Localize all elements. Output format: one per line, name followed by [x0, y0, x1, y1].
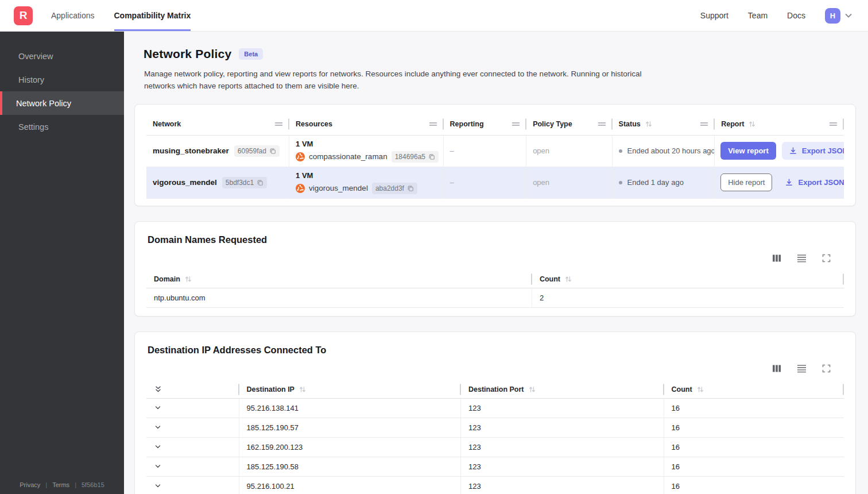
- nav-compatibility-matrix[interactable]: Compatibility Matrix: [114, 0, 191, 31]
- destination-ips-table-header: Destination IP Destination Port Count: [146, 381, 844, 399]
- main-content: Network Policy Beta Manage network polic…: [124, 32, 868, 494]
- network-name: vigorous_mendel: [153, 178, 217, 187]
- rows-view-icon[interactable]: [796, 364, 807, 373]
- status-dot: [619, 149, 622, 153]
- column-resize-handle[interactable]: [700, 121, 708, 127]
- expand-view-icon[interactable]: [822, 364, 831, 373]
- reporting-value: –: [450, 178, 454, 187]
- destination-ips-table: Destination IP Destination Port Count: [146, 381, 844, 494]
- count-value: 16: [664, 418, 844, 437]
- row-expand-toggle[interactable]: [146, 399, 239, 418]
- ip-row[interactable]: 162.159.200.123 123 16: [146, 438, 844, 457]
- nav-docs[interactable]: Docs: [787, 11, 805, 20]
- column-resize-handle[interactable]: [598, 121, 606, 127]
- sidebar-item-history[interactable]: History: [0, 68, 124, 91]
- domain-row[interactable]: ntp.ubuntu.com 2: [146, 288, 844, 308]
- column-header-count: Count: [540, 275, 560, 283]
- sort-icon[interactable]: [645, 120, 653, 128]
- ubuntu-icon: [296, 184, 305, 193]
- expand-view-icon[interactable]: [822, 253, 831, 263]
- row-expand-toggle[interactable]: [146, 477, 239, 494]
- domains-card-title: Domain Names Requested: [146, 234, 844, 245]
- sort-icon[interactable]: [528, 385, 536, 393]
- page-description: Manage network policy, reporting and vie…: [144, 68, 648, 92]
- columns-view-icon[interactable]: [772, 253, 782, 263]
- resource-name: compassionate_raman: [309, 152, 388, 161]
- column-header-destination-ip: Destination IP: [247, 385, 294, 393]
- copy-icon[interactable]: [407, 185, 414, 192]
- ubuntu-icon: [296, 152, 305, 161]
- column-header-count: Count: [672, 385, 692, 393]
- view-report-button[interactable]: View report: [720, 142, 776, 160]
- export-json-label: Export JSON: [802, 146, 844, 155]
- ip-row[interactable]: 185.125.190.58 123 16: [146, 457, 844, 477]
- count-value: 2: [532, 288, 844, 307]
- sort-icon[interactable]: [748, 120, 756, 128]
- count-value: 16: [664, 438, 844, 457]
- sidebar: Overview History Network Policy Settings…: [0, 32, 124, 494]
- column-resize-handle[interactable]: [429, 121, 437, 127]
- column-header-status: Status: [619, 120, 641, 128]
- expand-all-icon[interactable]: [154, 385, 162, 393]
- policy-type-value: open: [533, 178, 549, 187]
- sort-icon[interactable]: [299, 385, 307, 393]
- logo-letter: R: [20, 9, 28, 22]
- network-row-musing-stonebraker[interactable]: musing_stonebraker 60959fad 1 VM: [146, 136, 844, 167]
- export-json-button[interactable]: Export JSON: [782, 142, 844, 160]
- vm-count: 1 VM: [296, 171, 313, 180]
- terms-link[interactable]: Terms: [52, 481, 69, 488]
- beta-badge: Beta: [239, 48, 263, 60]
- column-header-policy-type: Policy Type: [533, 120, 572, 128]
- top-nav: R Applications Compatibility Matrix Supp…: [0, 0, 868, 32]
- sort-icon[interactable]: [184, 275, 192, 283]
- chevron-down-icon[interactable]: [844, 11, 853, 20]
- networks-card: Network Resources Reporting: [134, 104, 856, 206]
- nav-applications[interactable]: Applications: [51, 0, 95, 31]
- column-resize-handle[interactable]: [512, 121, 520, 127]
- download-icon: [785, 178, 793, 187]
- columns-view-icon[interactable]: [772, 364, 782, 373]
- column-resize-handle[interactable]: [829, 121, 838, 127]
- status-dot: [619, 181, 622, 184]
- ip-row[interactable]: 185.125.190.57 123 16: [146, 418, 844, 438]
- copy-icon[interactable]: [269, 148, 276, 155]
- export-json-button[interactable]: Export JSON: [778, 173, 843, 191]
- destination-ip-value: 185.125.190.58: [239, 457, 461, 476]
- destination-ip-value: 185.125.190.57: [239, 418, 461, 437]
- copy-icon[interactable]: [428, 153, 435, 160]
- resource-id: aba2dd3f: [375, 184, 404, 192]
- page-title: Network Policy: [144, 47, 231, 61]
- row-expand-toggle[interactable]: [146, 457, 239, 476]
- sidebar-item-settings[interactable]: Settings: [0, 115, 124, 138]
- row-expand-toggle[interactable]: [146, 438, 239, 457]
- avatar[interactable]: H: [825, 8, 840, 24]
- network-row-vigorous-mendel[interactable]: vigorous_mendel 5bdf3dc1 1 VM vig: [146, 167, 844, 199]
- network-id: 60959fad: [238, 147, 266, 155]
- networks-table-header: Network Resources Reporting: [146, 114, 844, 136]
- sort-icon[interactable]: [696, 385, 704, 393]
- destination-ips-card: Destination IP Addresses Connected To: [134, 331, 856, 494]
- privacy-link[interactable]: Privacy: [20, 481, 40, 488]
- footer-divider: |: [45, 481, 47, 488]
- ip-row[interactable]: 95.216.138.141 123 16: [146, 399, 844, 418]
- row-expand-toggle[interactable]: [146, 418, 239, 437]
- destination-ip-value: 162.159.200.123: [239, 438, 461, 457]
- user-menu[interactable]: H: [825, 8, 853, 24]
- sidebar-item-overview[interactable]: Overview: [0, 44, 124, 68]
- domains-card: Domain Names Requested Domain: [134, 221, 856, 317]
- nav-support[interactable]: Support: [700, 11, 728, 20]
- count-value: 16: [664, 477, 844, 494]
- domains-table-header: Domain Count: [146, 271, 844, 288]
- status-text: Ended about 20 hours ago: [627, 146, 715, 155]
- hide-report-button[interactable]: Hide report: [720, 173, 772, 191]
- table-toolbar: [146, 253, 844, 263]
- vm-count: 1 VM: [296, 140, 313, 148]
- rows-view-icon[interactable]: [796, 253, 807, 263]
- column-resize-handle[interactable]: [274, 121, 283, 127]
- sidebar-item-network-policy[interactable]: Network Policy: [0, 91, 124, 115]
- nav-team[interactable]: Team: [748, 11, 768, 20]
- app-logo[interactable]: R: [14, 6, 33, 25]
- ip-row[interactable]: 95.216.100.21 123 16: [146, 477, 844, 494]
- sort-icon[interactable]: [564, 275, 572, 283]
- copy-icon[interactable]: [257, 179, 264, 186]
